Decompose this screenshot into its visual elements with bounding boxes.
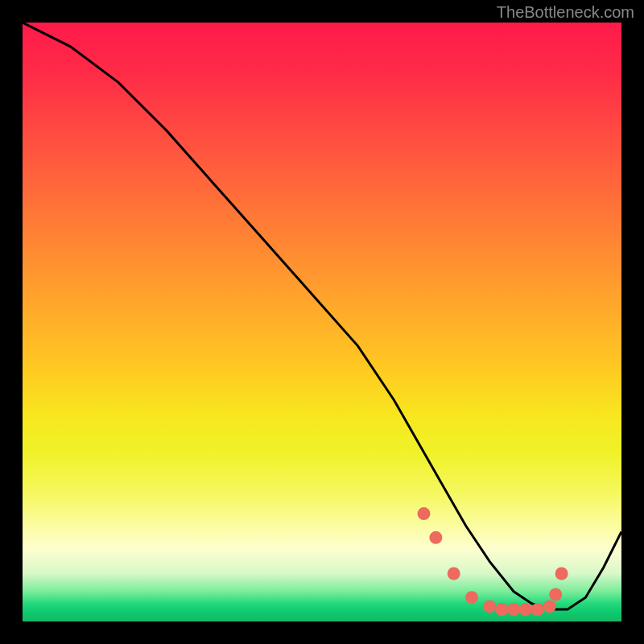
attribution-label: TheBottleneck.com bbox=[497, 3, 634, 22]
marker-dot bbox=[531, 603, 544, 616]
marker-dot bbox=[465, 591, 478, 604]
marker-dot bbox=[483, 600, 496, 613]
marker-dot bbox=[418, 507, 431, 520]
marker-dot bbox=[495, 603, 508, 616]
marker-dot bbox=[519, 603, 532, 616]
marker-dot bbox=[429, 531, 442, 544]
curve-markers bbox=[418, 507, 568, 616]
marker-dot bbox=[549, 588, 562, 601]
marker-dot bbox=[555, 568, 568, 580]
plot-area bbox=[23, 23, 621, 621]
curve-line bbox=[23, 23, 621, 609]
marker-dot bbox=[543, 600, 556, 613]
marker-dot bbox=[448, 568, 460, 580]
chart-svg bbox=[23, 23, 621, 621]
marker-dot bbox=[507, 603, 520, 616]
